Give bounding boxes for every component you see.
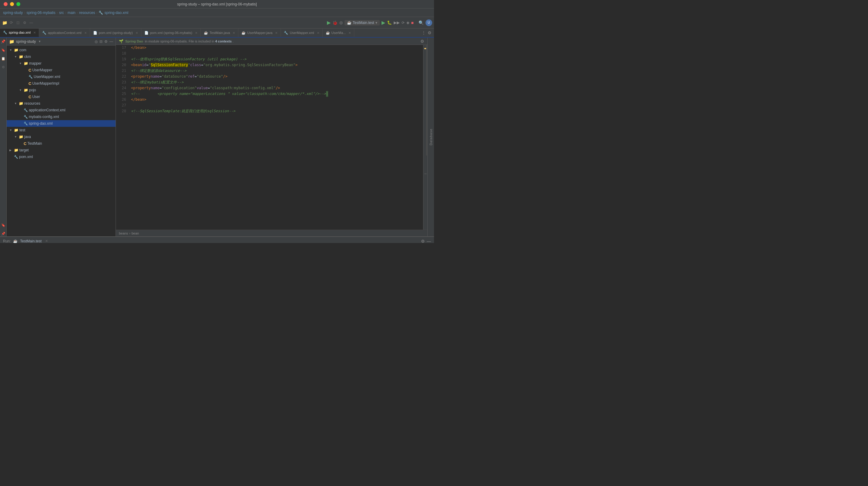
tree-item-pom-tree[interactable]: 🔧pom.xml [7,153,116,160]
tree-item-pojo[interactable]: ▼📁pojo [7,87,116,93]
search-icon[interactable]: 🔍 [418,20,424,25]
window-controls[interactable] [4,2,20,6]
project-icon[interactable]: 📁 [2,20,7,26]
tree-item-ckm[interactable]: ▼📁ckm [7,53,116,60]
code-line-22[interactable]: <property name="dataSource" ref="dataSou… [131,74,420,80]
sync-icon[interactable]: ⟳ [8,20,14,26]
tabs-more-icon[interactable]: ⋮ [422,30,426,35]
tab-usermapper-xml[interactable]: 🔧 UserMapper.xml ✕ [281,29,322,37]
code-content[interactable]: </bean> <!--使用spring替换SqlSessionFactory … [128,45,423,230]
tree-item-com[interactable]: ▼📁com [7,47,116,53]
play-icon[interactable]: ▶ [381,20,385,26]
tab-close-pom-mybatis[interactable]: ✕ [195,31,197,35]
code-line-18[interactable] [131,51,420,56]
tree-item-mapper-folder[interactable]: ▼📁mapper [7,60,116,67]
tab-testmain[interactable]: ☕ TestMain.java ✕ [201,29,238,37]
tab-pom-study[interactable]: 📄 pom.xml (spring-study) ✕ [90,29,141,37]
tree-item-usermapperimpl[interactable]: CUserMapperImpl [7,80,116,87]
settings-icon[interactable]: ⚙ [22,20,27,26]
run-back-icon[interactable]: ▶ [327,20,331,26]
sidebar-icon-pin[interactable]: 📌 [1,231,6,236]
tree-item-appcontext-tree[interactable]: 🔧applicationContext.xml [7,107,116,114]
breadcrumb-main[interactable]: main [68,11,75,15]
tab-close-usermapper-xml[interactable]: ✕ [317,31,319,35]
code-line-28[interactable]: <!--SqlSessionTemplate:就是我们使用的sqlSession… [131,108,420,114]
tab-close-usermapper-java[interactable]: ✕ [275,31,278,35]
settings-editor-icon[interactable]: ⚙ [428,30,432,35]
sidebar-icon-3[interactable]: 📋 [1,56,6,61]
tree-item-usermapper-xml-tree[interactable]: 🔧UserMapper.xml [7,73,116,80]
minimize-button[interactable] [10,2,14,6]
tab-pom-mybatis[interactable]: 📄 pom.xml (spring-06-mybatis) ✕ [141,29,201,37]
project-collapse-icon[interactable]: ⊟ [99,39,102,44]
code-line-19[interactable]: <!--使用spring替换SqlSessionFactory (util pa… [131,56,420,62]
tab-close-appcontext[interactable]: ✕ [84,31,87,35]
close-panel-icon[interactable]: — [29,20,34,26]
sidebar-icon-4[interactable]: ⚙ [1,64,6,70]
window-title: spring-study – spring-dao.xml [spring-06… [177,2,257,6]
code-line-23[interactable]: <!--绑定mybatis配置文件--> [131,80,420,85]
run-header-minimize-icon[interactable]: — [427,239,431,243]
close-button[interactable] [4,2,8,6]
sidebar-icon-1[interactable]: 📌 [1,39,6,44]
tab-close-pom-study[interactable]: ✕ [135,31,138,35]
debug-icon[interactable]: 🐞 [332,20,338,25]
project-more-icon[interactable]: ⚙ [104,39,108,44]
tab-close-testmain[interactable]: ✕ [232,31,235,35]
run-config-chevron: ▾ [375,21,377,25]
run-tab-close[interactable]: ✕ [45,239,48,243]
tree-item-mybatis-config[interactable]: 🔧mybatis-config.xml [7,114,116,120]
project-locate-icon[interactable]: ◎ [95,39,98,44]
maximize-button[interactable] [17,2,20,6]
tree-item-testmain-tree[interactable]: CTestMain [7,140,116,147]
breadcrumb-file[interactable]: spring-dao.xml [104,11,128,15]
breadcrumb-project[interactable]: spring-study [3,11,23,15]
code-editor[interactable]: 171819202122232425262728 </bean> <!--使用s… [116,45,427,230]
collapse-icon[interactable]: ◫ [15,20,21,26]
more-run-icon[interactable]: ⟳ [402,21,405,25]
breadcrumb-resources[interactable]: resources [79,11,95,15]
debug-run-icon[interactable]: 🐛 [387,20,392,25]
stop-icon[interactable]: ■ [411,20,414,25]
breadcrumb-module[interactable]: spring-06-mybatis [26,11,55,15]
tree-item-usermapper-java-tree[interactable]: CUserMapper [7,67,116,73]
tab-spring-dao[interactable]: 🔧 spring-dao.xml ✕ [0,29,39,37]
tree-item-user[interactable]: CUser [7,93,116,100]
user-avatar[interactable]: U [426,20,432,26]
tree-arrow: ▼ [9,129,13,132]
tab-userma[interactable]: ☕ UserMa... ✕ [323,29,354,37]
sidebar-icon-2[interactable]: 🔖 [1,47,6,53]
breadcrumb-src[interactable]: src [59,11,64,15]
run-config-selector[interactable]: ☕ TestMain.test ▾ [344,20,380,26]
context-settings-icon[interactable]: ⚙ [420,39,424,44]
tree-item-label: UserMapperImpl [32,81,59,86]
tab-appcontext[interactable]: 🔧 applicationContext.xml ✕ [39,29,90,37]
tree-item-spring-dao-tree[interactable]: 🔧spring-dao.xml [7,120,116,127]
tab-close-userma[interactable]: ✕ [348,31,351,35]
right-sidebar[interactable]: Database [427,38,434,236]
code-line-26[interactable]: </bean> [131,97,420,102]
tree-item-target-folder[interactable]: ▶📁target [7,147,116,153]
tab-close-spring-dao[interactable]: ✕ [33,31,36,34]
code-line-27[interactable] [131,102,420,108]
code-line-17[interactable]: </bean> [131,45,420,51]
code-line-21[interactable]: <!--绑定数据源datasource--> [131,68,420,74]
run-header-settings-icon[interactable]: ⚙ [421,239,425,243]
code-line-20[interactable]: <bean id="SqlSessionFactory" class="org.… [131,62,420,68]
sidebar-icon-bookmark[interactable]: 🔖 [1,222,6,228]
code-line-24[interactable]: <property name="configLocation" value="c… [131,85,420,91]
tree-file-icon: C [29,95,31,99]
run-with-icon[interactable]: ▶▶ [394,20,400,25]
coverage-icon[interactable]: ◎ [339,20,343,25]
project-dropdown-icon[interactable]: ▾ [39,39,41,43]
run-tab-label[interactable]: TestMain.test [20,239,41,243]
editor-tabs: 🔧 spring-dao.xml ✕ 🔧 applicationContext.… [0,29,434,38]
project-close-icon[interactable]: — [110,39,113,44]
scrollbar-track[interactable] [426,45,427,156]
tree-item-test-folder[interactable]: ▼📁test [7,127,116,133]
tree-item-resources[interactable]: ▼📁resources [7,100,116,107]
code-line-25[interactable]: <!-- <property name="mapperLocations " v… [131,91,420,97]
profile-icon[interactable]: ◈ [406,20,409,25]
tree-item-java-folder[interactable]: ▼📁java [7,133,116,140]
tab-usermapper-java[interactable]: ☕ UserMapper.java ✕ [238,29,281,37]
